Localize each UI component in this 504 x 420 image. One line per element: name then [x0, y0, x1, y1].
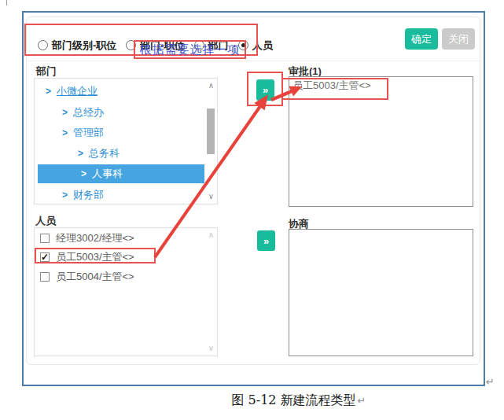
tree-item-management[interactable]: > 管理部	[35, 123, 204, 143]
radio-person[interactable]: 人员	[238, 39, 273, 53]
person-list-box: 经理3002/经理<> ✓ 员工5003/主管<> 员工5004/主管<> ∧ …	[34, 227, 218, 356]
chevron-right-icon[interactable]: >	[46, 86, 51, 97]
radio-icon[interactable]	[194, 40, 204, 50]
radio-dept[interactable]: 部门	[194, 39, 229, 53]
person-item-employee5004[interactable]: 员工5004/主管<>	[35, 270, 204, 284]
radio-dept-position[interactable]: 部门-职位	[126, 39, 184, 53]
person-item-label: 员工5003/主管<>	[56, 250, 134, 264]
department-tree-box: > 小微企业 > 总经办 > 管理部 > 总务科 > 人事科 > 财务部 ∧ ∨	[34, 78, 218, 204]
checkbox-unchecked-icon[interactable]	[40, 272, 50, 282]
tree-item-finance[interactable]: > 财务部	[35, 185, 204, 205]
tree-item-label[interactable]: 财务部	[73, 188, 104, 202]
confirm-button[interactable]: 确定	[405, 28, 438, 50]
figure-caption-text: 图 5-12 新建流程类型	[231, 392, 355, 407]
cursor-tick	[6, 0, 7, 6]
type-radio-group: 部门级别-职位 部门-职位 部门 人员	[38, 39, 273, 52]
person-item-manager3002[interactable]: 经理3002/经理<>	[35, 231, 204, 245]
scrollbar-thumb[interactable]	[207, 109, 215, 154]
figure-caption: 图 5-12 新建流程类型↵	[94, 392, 503, 409]
radio-dept-level-position[interactable]: 部门级别-职位	[38, 39, 116, 53]
scroll-up-icon[interactable]: ∧	[205, 230, 217, 241]
person-item-employee5003[interactable]: ✓ 员工5003/主管<>	[35, 250, 204, 264]
paragraph-return-icon: ↵	[358, 395, 366, 407]
scroll-up-icon[interactable]: ∧	[205, 80, 217, 91]
person-scrollbar[interactable]: ∧ ∨	[205, 228, 217, 356]
checkbox-checked-icon[interactable]: ✓	[40, 252, 50, 262]
department-scrollbar[interactable]: ∧ ∨	[205, 79, 217, 204]
paragraph-return-icon: ↵	[486, 376, 495, 388]
approve-list-box: 员工5003/主管<>	[289, 76, 473, 207]
person-section-label: 人员	[35, 214, 56, 228]
tree-item-label[interactable]: 总务科	[89, 146, 120, 160]
radio-selected-icon[interactable]	[238, 40, 248, 50]
person-item-label: 员工5004/主管<>	[56, 270, 134, 284]
radio-label: 人员	[252, 39, 273, 53]
person-item-label: 经理3002/经理<>	[56, 231, 134, 245]
scroll-down-icon[interactable]: ∨	[205, 191, 217, 202]
radio-label: 部门级别-职位	[52, 39, 116, 53]
tree-item-label[interactable]: 人事科	[92, 167, 123, 181]
tree-item-label[interactable]: 总经办	[73, 105, 104, 120]
radio-icon[interactable]	[126, 40, 136, 50]
negotiate-list-box	[289, 229, 473, 356]
move-to-negotiate-button[interactable]: »	[257, 230, 275, 251]
chevron-right-icon[interactable]: >	[62, 127, 68, 138]
checkbox-unchecked-icon[interactable]	[40, 234, 50, 243]
radio-label: 部门	[208, 39, 229, 53]
tree-item-label[interactable]: 管理部	[73, 126, 104, 140]
close-button[interactable]: 关闭	[442, 28, 475, 50]
page: 部门级别-职位 部门-职位 部门 人员 确定 关闭 部门 > 小微企业 > 总经…	[0, 0, 504, 420]
move-to-approve-button[interactable]: »	[256, 79, 274, 101]
radio-icon[interactable]	[38, 40, 48, 50]
chevron-right-icon[interactable]: >	[81, 168, 86, 179]
tree-item-general-office[interactable]: > 总经办	[35, 102, 204, 123]
tree-item-general-affairs[interactable]: > 总务科	[35, 143, 204, 164]
chevron-right-icon[interactable]: >	[62, 190, 68, 201]
header-divider	[27, 61, 480, 61]
radio-label: 部门-职位	[140, 39, 184, 53]
department-section-label: 部门	[36, 64, 57, 79]
approve-item[interactable]: 员工5003/主管<>	[292, 79, 371, 93]
tree-item-company[interactable]: > 小微企业	[35, 81, 204, 101]
tree-item-label[interactable]: 小微企业	[57, 84, 97, 98]
chevron-right-icon[interactable]: >	[78, 148, 83, 159]
scroll-down-icon[interactable]: ∨	[205, 343, 217, 354]
tree-item-hr-selected[interactable]: > 人事科	[38, 164, 204, 183]
chevron-right-icon[interactable]: >	[62, 107, 68, 118]
